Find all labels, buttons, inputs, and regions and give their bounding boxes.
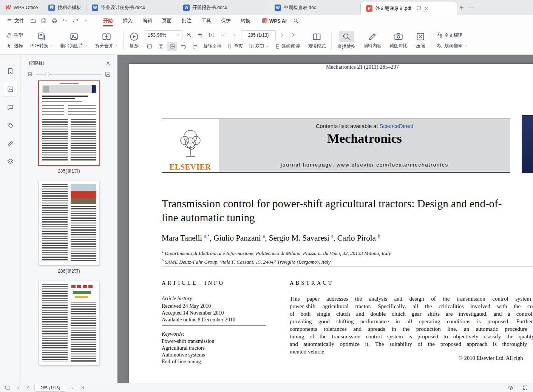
ribbon-tab-edit[interactable]: 编辑 [137, 15, 157, 26]
page-thumbnail-1[interactable] [39, 81, 99, 165]
previous-page-icon [232, 32, 237, 37]
thumb-decoration [92, 85, 96, 93]
new-tab-button[interactable] [457, 3, 467, 12]
comment-panel-button[interactable] [3, 100, 17, 114]
ribbon-tab-page[interactable]: 页面 [157, 15, 177, 26]
pdf-page[interactable]: Mechatronics 21 (2011) 285–297 ELSEVIER [129, 64, 533, 383]
hand-tool-label: 手型 [14, 32, 23, 39]
thumb-decoration [75, 296, 88, 298]
page-number-input[interactable] [241, 30, 276, 40]
status-page-number-input[interactable] [34, 384, 66, 392]
first-page-button[interactable] [218, 31, 228, 40]
tab-docer-templates[interactable]: 模 找稻壳模板 [43, 0, 87, 15]
compress-button[interactable]: 压缩 [413, 30, 428, 51]
status-next-page-button[interactable] [69, 385, 76, 390]
actual-size-button[interactable] [145, 42, 154, 51]
screenshot-compare-button[interactable]: 截图对比 [387, 30, 410, 51]
journal-name: Mechatronics [219, 131, 510, 146]
thumbnail-panel: 缩略图 [21, 55, 117, 383]
view-mode-button[interactable] [507, 384, 518, 391]
zoom-out-button[interactable] [184, 31, 194, 40]
tab-label: 找稻壳模板 [57, 5, 81, 11]
thumbnail-panel-close-icon[interactable] [106, 61, 110, 65]
zoom-select[interactable]: 153.96% [145, 30, 182, 40]
tab-list-chevron-down-icon[interactable] [467, 3, 476, 12]
full-text-translate-button[interactable]: 全文翻译 [435, 31, 469, 39]
thumb-decoration [42, 85, 92, 93]
export-as-image-button[interactable]: 输出为图片 [58, 30, 90, 51]
page-thumbnail-3[interactable] [39, 281, 99, 365]
tab-comment-icon[interactable] [416, 6, 422, 11]
find-replace-button[interactable]: 查找替换 [335, 29, 358, 51]
single-page-mode-button[interactable]: 单页 [225, 42, 245, 50]
continuous-reading-button[interactable]: 连续阅读 [273, 42, 302, 50]
thumbnail-panel-button[interactable] [3, 82, 17, 96]
tab-document-3[interactable]: W 中期检查表.doc [269, 0, 361, 15]
reading-mode-button[interactable]: 阅读模式 [305, 30, 328, 51]
pen-icon [7, 140, 14, 147]
fit-window-button[interactable] [207, 31, 216, 40]
ribbon-tab-convert[interactable]: 转换 [236, 15, 255, 26]
sciencedirect-link[interactable]: ScienceDirect [380, 123, 413, 129]
select-tool-button[interactable]: 选择 [5, 42, 25, 50]
undo-button[interactable] [60, 17, 70, 25]
tab-document-2[interactable]: W 开题报告书.docx [178, 0, 269, 15]
panel-toggle-button[interactable] [4, 384, 12, 391]
tab-document-pdf-active[interactable]: P 外文翻译原文.pdf [361, 2, 457, 15]
copyright-line: © 2010 Elsevier Ltd. All righ [459, 355, 523, 361]
slider-track[interactable] [36, 74, 101, 75]
edit-content-button[interactable]: 编辑内容 [361, 30, 384, 51]
keywords-label: Keywords: [162, 331, 184, 338]
file-menu-button[interactable]: 文件 [4, 16, 27, 25]
pdf-convert-button[interactable]: PDF转换 [28, 30, 55, 51]
open-folder-button[interactable] [29, 17, 38, 25]
fit-width-button[interactable] [167, 42, 177, 51]
ribbon-tab-tools[interactable]: 工具 [196, 15, 216, 26]
status-last-page-button[interactable] [79, 385, 86, 390]
status-previous-page-button[interactable] [25, 385, 31, 390]
page-thumbnail-2[interactable] [39, 181, 99, 265]
play-button[interactable]: 播放 [127, 30, 141, 51]
fullscreen-button[interactable] [521, 384, 529, 391]
tab-wps-home[interactable]: W WPS Office [0, 0, 43, 15]
ribbon-tab-protect[interactable]: 保护 [216, 15, 236, 26]
article-info-heading: ARTICLE INFO [162, 280, 225, 286]
rotate-right-icon [192, 43, 198, 49]
print-button[interactable] [50, 17, 59, 25]
annotate-panel-button[interactable] [3, 137, 17, 150]
window-tabbar: W WPS Office 模 找稻壳模板 W 毕业设计任务书.docx W 开题… [0, 0, 533, 15]
wps-ai-icon [262, 18, 267, 23]
redo-button[interactable] [71, 17, 80, 25]
file-menu-label: 文件 [14, 17, 24, 24]
rotate-right-button[interactable] [190, 42, 199, 51]
hand-tool-button[interactable]: 手型 [5, 31, 25, 39]
journal-homepage-link[interactable]: journal homepage: www.elsevier.com/locat… [219, 162, 510, 168]
cursor-icon [6, 43, 12, 49]
fit-height-button[interactable] [156, 42, 165, 51]
next-page-button[interactable] [278, 31, 287, 40]
tag-panel-button[interactable] [3, 119, 17, 132]
rotate-document-button[interactable]: 旋转文档 [201, 42, 223, 50]
layers-panel-button[interactable] [3, 155, 17, 168]
split-merge-button[interactable]: 拆分合并 [93, 30, 120, 51]
save-button[interactable] [39, 17, 48, 25]
tab-document-1[interactable]: W 毕业设计任务书.docx [87, 0, 178, 15]
history-chevron-down-icon[interactable] [82, 17, 91, 25]
last-page-button[interactable] [289, 31, 298, 40]
ribbon-tab-home[interactable]: 开始 [98, 15, 118, 26]
tab-close-icon[interactable] [425, 6, 429, 11]
ribbon-search-button[interactable] [291, 17, 300, 25]
hand-icon [6, 32, 12, 38]
double-page-mode-button[interactable]: 双页 [247, 42, 271, 50]
ribbon-tab-insert[interactable]: 插入 [118, 15, 137, 26]
wps-ai-button[interactable]: WPS AI [262, 18, 287, 24]
document-area[interactable]: Mechatronics 21 (2011) 285–297 ELSEVIER [117, 55, 533, 383]
slider-knob[interactable] [45, 72, 49, 76]
ribbon-tab-annotate[interactable]: 批注 [177, 15, 196, 26]
word-translate-button[interactable]: 划词翻译 [435, 42, 469, 50]
bookmark-panel-button[interactable] [3, 64, 17, 78]
rotate-left-button[interactable] [179, 42, 188, 51]
zoom-in-button[interactable] [196, 31, 205, 40]
previous-page-button[interactable] [230, 31, 239, 40]
status-first-page-button[interactable] [15, 385, 22, 390]
